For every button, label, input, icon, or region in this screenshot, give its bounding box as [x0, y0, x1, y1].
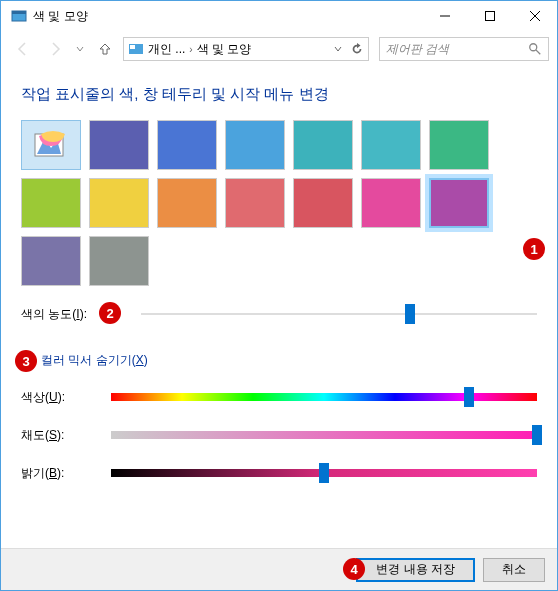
breadcrumb-separator-icon: › — [189, 44, 192, 55]
hue-slider[interactable] — [111, 387, 537, 407]
hue-label: 색상(U): — [21, 389, 111, 406]
saturation-row: 채도(S): — [21, 425, 537, 445]
back-button[interactable] — [9, 35, 37, 63]
saturation-slider[interactable] — [111, 425, 537, 445]
cancel-button[interactable]: 취소 — [483, 558, 545, 582]
svg-point-8 — [530, 44, 537, 51]
annotation-marker: 2 — [99, 302, 121, 324]
window-controls — [422, 1, 557, 31]
breadcrumb-item[interactable]: 색 및 모양 — [197, 41, 252, 58]
annotation-marker: 1 — [523, 238, 545, 260]
address-bar[interactable]: 개인 ... › 색 및 모양 — [123, 37, 369, 61]
mixer-toggle-row: 3 컬러 믹서 숨기기(X) — [21, 352, 537, 369]
annotation-marker: 4 — [343, 558, 365, 580]
minimize-button[interactable] — [422, 1, 467, 31]
color-swatch-sky[interactable] — [225, 120, 285, 170]
content-area: 작업 표시줄의 색, 창 테두리 및 시작 메뉴 변경 1 색의 농도(I): … — [1, 67, 557, 493]
color-swatch-blue[interactable] — [157, 120, 217, 170]
annotation-marker: 3 — [15, 350, 37, 372]
chevron-down-icon[interactable] — [334, 45, 342, 53]
navigation-toolbar: 개인 ... › 색 및 모양 제어판 검색 — [1, 31, 557, 67]
svg-rect-3 — [485, 12, 494, 21]
color-swatch-violet[interactable] — [21, 236, 81, 286]
save-button[interactable]: 변경 내용 저장 — [356, 558, 475, 582]
search-input[interactable]: 제어판 검색 — [379, 37, 549, 61]
color-swatch-orange[interactable] — [157, 178, 217, 228]
forward-button[interactable] — [41, 35, 69, 63]
brightness-label: 밝기(B): — [21, 465, 111, 482]
maximize-button[interactable] — [467, 1, 512, 31]
color-swatch-teal[interactable] — [293, 120, 353, 170]
color-swatch-grid: 1 — [21, 120, 537, 286]
color-swatch-pink[interactable] — [225, 178, 285, 228]
saturation-label: 채도(S): — [21, 427, 111, 444]
window-icon — [11, 8, 27, 24]
color-swatch-yellow[interactable] — [89, 178, 149, 228]
color-swatch-lime[interactable] — [21, 178, 81, 228]
intensity-slider[interactable] — [141, 304, 537, 324]
color-swatch-red[interactable] — [293, 178, 353, 228]
titlebar: 색 및 모양 — [1, 1, 557, 31]
brightness-slider[interactable] — [111, 463, 537, 483]
color-swatch-purple[interactable] — [429, 178, 489, 228]
search-placeholder: 제어판 검색 — [386, 41, 528, 58]
button-bar: 4 변경 내용 저장 취소 — [1, 548, 557, 590]
breadcrumb-item[interactable]: 개인 ... — [148, 41, 185, 58]
intensity-row: 색의 농도(I): 2 — [21, 304, 537, 324]
search-icon — [528, 42, 542, 56]
color-mixer-toggle-link[interactable]: 컬러 믹서 숨기기(X) — [41, 352, 148, 369]
svg-rect-7 — [130, 45, 135, 49]
history-dropdown[interactable] — [73, 35, 87, 63]
color-swatch-gray[interactable] — [89, 236, 149, 286]
color-swatch-green[interactable] — [429, 120, 489, 170]
close-button[interactable] — [512, 1, 557, 31]
hue-row: 색상(U): — [21, 387, 537, 407]
brightness-row: 밝기(B): — [21, 463, 537, 483]
up-button[interactable] — [91, 35, 119, 63]
color-swatch-auto[interactable] — [21, 120, 81, 170]
color-swatch-indigo[interactable] — [89, 120, 149, 170]
window-title: 색 및 모양 — [33, 8, 422, 25]
svg-line-9 — [536, 50, 540, 54]
svg-rect-1 — [12, 11, 26, 14]
personalization-icon — [128, 41, 144, 57]
color-swatch-cyan[interactable] — [361, 120, 421, 170]
intensity-label: 색의 농도(I): — [21, 306, 111, 323]
refresh-icon[interactable] — [350, 42, 364, 56]
color-swatch-magenta[interactable] — [361, 178, 421, 228]
page-title: 작업 표시줄의 색, 창 테두리 및 시작 메뉴 변경 — [21, 85, 537, 104]
auto-color-icon — [31, 128, 71, 162]
